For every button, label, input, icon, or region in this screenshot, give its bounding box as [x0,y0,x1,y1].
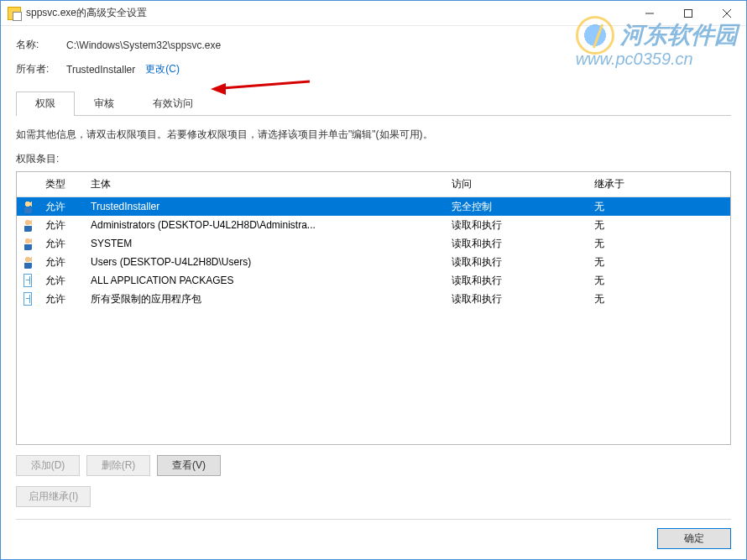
permission-row[interactable]: 允许所有受限制的应用程序包读取和执行无 [17,290,730,308]
permission-access: 读取和执行 [445,237,588,251]
column-header-inherited[interactable]: 继承于 [588,172,730,196]
permission-access: 读取和执行 [445,218,588,233]
users-icon [24,255,32,269]
tab-audit[interactable]: 审核 [75,92,133,116]
name-field-row: 名称: C:\Windows\System32\sppsvc.exe [16,38,731,52]
permission-principal: Users (DESKTOP-U4L2H8D\Users) [84,256,445,268]
permission-inherited: 无 [588,237,730,251]
permission-type: 允许 [39,237,84,251]
users-icon [24,218,32,232]
view-button[interactable]: 查看(V) [157,455,221,476]
dialog-footer: 确定 取消 应用(A) [16,519,731,549]
permission-principal: TrustedInstaller [84,201,445,212]
permission-inherited: 无 [588,274,730,288]
owner-value: TrustedInstaller [66,64,135,76]
permission-type: 允许 [39,274,84,288]
permission-inherited: 无 [588,292,730,306]
owner-label: 所有者: [16,62,66,76]
tab-effective-access[interactable]: 有效访问 [133,92,212,116]
package-icon [24,292,32,306]
tab-strip: 权限 审核 有效访问 [16,92,731,116]
permission-access: 读取和执行 [445,274,588,288]
permission-access: 读取和执行 [445,255,588,270]
permission-row[interactable]: 允许Administrators (DESKTOP-U4L2H8D\Admini… [17,216,730,234]
permission-principal: ALL APPLICATION PACKAGES [84,275,445,286]
permission-type: 允许 [39,200,84,214]
column-header-access[interactable]: 访问 [445,172,588,196]
window-close-button[interactable] [708,1,746,25]
permission-type: 允许 [39,255,84,270]
owner-field-row: 所有者: TrustedInstaller 更改(C) [16,62,731,76]
ok-button[interactable]: 确定 [657,528,731,549]
permission-inherited: 无 [588,218,730,233]
window-minimize-button[interactable] [630,1,669,25]
permission-access: 读取和执行 [445,292,588,306]
add-button: 添加(D) [16,455,80,476]
svg-rect-1 [685,9,692,17]
permission-type: 允许 [39,292,84,306]
permission-principal: Administrators (DESKTOP-U4L2H8D\Administ… [84,219,445,231]
tab-permissions[interactable]: 权限 [16,92,75,116]
permission-row[interactable]: 允许TrustedInstaller完全控制无 [17,197,730,216]
permission-table[interactable]: 类型 主体 访问 继承于 允许TrustedInstaller完全控制无允许Ad… [16,171,731,445]
enable-inheritance-button: 启用继承(I) [16,486,91,507]
permission-row[interactable]: 允许ALL APPLICATION PACKAGES读取和执行无 [17,271,730,290]
permission-inherited: 无 [588,200,730,214]
permission-access: 完全控制 [445,200,588,214]
permission-principal: SYSTEM [84,238,445,249]
name-label: 名称: [16,38,66,52]
permission-principal: 所有受限制的应用程序包 [84,292,445,306]
package-icon [24,274,32,287]
change-owner-link[interactable]: 更改(C) [145,62,180,76]
users-icon [24,200,32,213]
remove-button: 删除(R) [86,455,150,476]
permission-row[interactable]: 允许SYSTEM读取和执行无 [17,234,730,253]
permission-entries-label: 权限条目: [16,152,731,166]
window-title: sppsvc.exe的高级安全设置 [26,6,630,20]
users-icon [24,237,32,250]
info-text: 如需其他信息，请双击权限项目。若要修改权限项目，请选择该项目并单击"编辑"(如果… [16,128,731,142]
permission-table-header: 类型 主体 访问 继承于 [17,172,730,197]
permission-inherited: 无 [588,255,730,270]
column-header-principal[interactable]: 主体 [84,172,445,196]
column-header-type[interactable]: 类型 [39,172,84,196]
window-maximize-button[interactable] [669,1,708,25]
permission-type: 允许 [39,218,84,233]
window-icon [8,7,21,20]
permission-row[interactable]: 允许Users (DESKTOP-U4L2H8D\Users)读取和执行无 [17,253,730,271]
name-value: C:\Windows\System32\sppsvc.exe [66,39,221,51]
window-titlebar: sppsvc.exe的高级安全设置 [1,1,746,26]
